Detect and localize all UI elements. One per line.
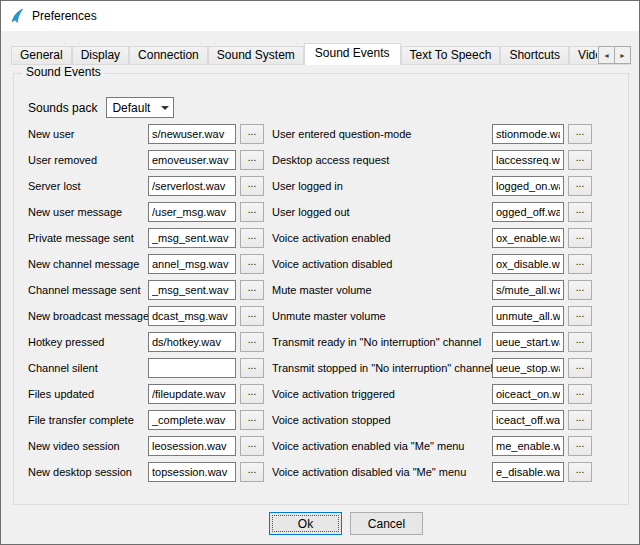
sound-file-input[interactable] <box>148 202 236 222</box>
browse-button[interactable]: ... <box>240 462 264 482</box>
browse-button[interactable]: ... <box>240 306 264 326</box>
browse-button[interactable]: ... <box>240 410 264 430</box>
sound-event-row: Channel message sent... <box>28 280 264 300</box>
sound-event-label: New user message <box>28 206 148 218</box>
sound-file-input[interactable] <box>148 332 236 352</box>
sound-file-input[interactable] <box>492 332 564 352</box>
browse-button[interactable]: ... <box>240 280 264 300</box>
sound-event-row: Voice activation disabled via "Me" menu.… <box>272 462 592 482</box>
sound-event-label: Files updated <box>28 388 148 400</box>
sound-event-label: Voice activation disabled <box>272 258 492 270</box>
sound-file-input[interactable] <box>492 150 564 170</box>
browse-button[interactable]: ... <box>568 176 592 196</box>
browse-button[interactable]: ... <box>568 150 592 170</box>
sound-file-input[interactable] <box>492 202 564 222</box>
sound-file-input[interactable] <box>148 358 236 378</box>
sound-file-input[interactable] <box>148 384 236 404</box>
sound-file-input[interactable] <box>492 462 564 482</box>
sound-event-label: Server lost <box>28 180 148 192</box>
sound-file-input[interactable] <box>492 410 564 430</box>
sound-file-input[interactable] <box>148 462 236 482</box>
sound-file-input[interactable] <box>492 384 564 404</box>
sound-events-group: Sound Events Sounds pack Default New use… <box>13 73 629 505</box>
ok-button[interactable]: Ok <box>269 512 342 535</box>
sound-file-input[interactable] <box>492 280 564 300</box>
sound-event-row: Voice activation enabled via "Me" menu..… <box>272 436 592 456</box>
tab-scroll-left-button[interactable]: ◄ <box>598 46 615 64</box>
sounds-pack-select[interactable]: Default <box>106 97 174 118</box>
tab-connection[interactable]: Connection <box>129 46 208 64</box>
sound-file-input[interactable] <box>148 436 236 456</box>
group-title: Sound Events <box>22 65 105 79</box>
sound-event-row: Transmit ready in "No interruption" chan… <box>272 332 592 352</box>
sound-file-input[interactable] <box>492 124 564 144</box>
sound-event-row: Voice activation enabled... <box>272 228 592 248</box>
sound-event-row: New broadcast message... <box>28 306 264 326</box>
browse-button[interactable]: ... <box>240 228 264 248</box>
sound-file-input[interactable] <box>148 410 236 430</box>
sound-event-label: User logged out <box>272 206 492 218</box>
sound-event-row: Voice activation disabled... <box>272 254 592 274</box>
sound-event-row: Unmute master volume... <box>272 306 592 326</box>
browse-button[interactable]: ... <box>568 410 592 430</box>
sound-file-input[interactable] <box>492 306 564 326</box>
browse-button[interactable]: ... <box>568 462 592 482</box>
sound-event-row: New desktop session... <box>28 462 264 482</box>
sound-file-input[interactable] <box>492 176 564 196</box>
browse-button[interactable]: ... <box>240 150 264 170</box>
browse-button[interactable]: ... <box>240 254 264 274</box>
sound-event-label: User logged in <box>272 180 492 192</box>
sound-event-label: User removed <box>28 154 148 166</box>
sound-event-label: Hotkey pressed <box>28 336 148 348</box>
sound-file-input[interactable] <box>148 124 236 144</box>
sound-event-label: New video session <box>28 440 148 452</box>
browse-button[interactable]: ... <box>568 306 592 326</box>
sound-file-input[interactable] <box>148 306 236 326</box>
tab-display[interactable]: Display <box>72 46 129 64</box>
sound-event-row: Voice activation triggered... <box>272 384 592 404</box>
browse-button[interactable]: ... <box>568 332 592 352</box>
tab-sound-system[interactable]: Sound System <box>208 46 304 64</box>
browse-button[interactable]: ... <box>240 124 264 144</box>
sound-event-label: User entered question-mode <box>272 128 492 140</box>
tab-video[interactable]: Video <box>569 46 597 64</box>
sound-file-input[interactable] <box>492 228 564 248</box>
browse-button[interactable]: ... <box>240 332 264 352</box>
sounds-pack-row: Sounds pack Default <box>28 97 174 118</box>
sound-file-input[interactable] <box>492 254 564 274</box>
sound-event-label: Desktop access request <box>272 154 492 166</box>
browse-button[interactable]: ... <box>240 436 264 456</box>
browse-button[interactable]: ... <box>568 280 592 300</box>
sound-file-input[interactable] <box>148 228 236 248</box>
sound-file-input[interactable] <box>148 176 236 196</box>
sound-event-label: Voice activation enabled <box>272 232 492 244</box>
tab-scroll-right-button[interactable]: ► <box>614 46 631 64</box>
browse-button[interactable]: ... <box>568 124 592 144</box>
sound-file-input[interactable] <box>148 280 236 300</box>
browse-button[interactable]: ... <box>240 202 264 222</box>
browse-button[interactable]: ... <box>568 358 592 378</box>
cancel-button[interactable]: Cancel <box>350 512 423 535</box>
browse-button[interactable]: ... <box>568 384 592 404</box>
sound-event-row: User removed... <box>28 150 264 170</box>
tab-sound-events[interactable]: Sound Events <box>304 43 401 65</box>
titlebar[interactable]: Preferences <box>1 1 639 31</box>
tab-text-to-speech[interactable]: Text To Speech <box>401 46 501 64</box>
sound-file-input[interactable] <box>492 436 564 456</box>
sound-event-label: Channel message sent <box>28 284 148 296</box>
sound-file-input[interactable] <box>148 150 236 170</box>
browse-button[interactable]: ... <box>568 254 592 274</box>
browse-button[interactable]: ... <box>240 358 264 378</box>
tab-shortcuts[interactable]: Shortcuts <box>500 46 569 64</box>
browse-button[interactable]: ... <box>568 436 592 456</box>
sound-file-input[interactable] <box>492 358 564 378</box>
sound-file-input[interactable] <box>148 254 236 274</box>
sound-event-row: User entered question-mode... <box>272 124 592 144</box>
browse-button[interactable]: ... <box>568 228 592 248</box>
browse-button[interactable]: ... <box>240 176 264 196</box>
browse-button[interactable]: ... <box>568 202 592 222</box>
sound-event-label: Voice activation triggered <box>272 388 492 400</box>
tab-general[interactable]: General <box>11 46 72 64</box>
sound-event-row: Mute master volume... <box>272 280 592 300</box>
browse-button[interactable]: ... <box>240 384 264 404</box>
